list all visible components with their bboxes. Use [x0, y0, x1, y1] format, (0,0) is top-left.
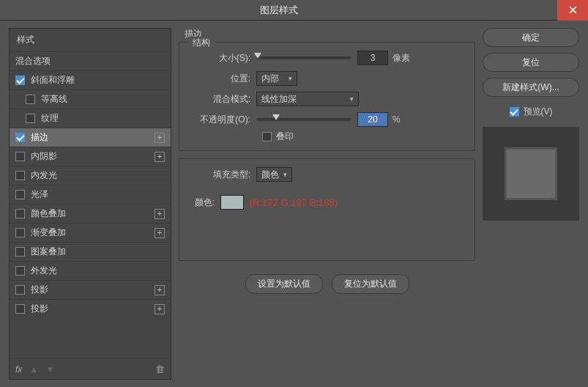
filltype-label: 填充类型: — [187, 169, 256, 181]
filltype-row: 填充类型: 颜色 ▾ — [187, 165, 467, 184]
structure-legend: 结构 — [188, 37, 215, 49]
overprint-checkbox[interactable] — [262, 132, 272, 141]
effect-checkbox[interactable] — [15, 247, 25, 257]
effect-label: 内阴影 — [31, 150, 155, 163]
opacity-unit: % — [392, 114, 401, 125]
cancel-button[interactable]: 复位 — [483, 53, 579, 72]
effect-row[interactable]: 描边+ — [10, 128, 171, 147]
effect-label: 渐变叠加 — [31, 226, 155, 239]
titlebar: 图层样式 — [0, 0, 588, 21]
add-effect-icon[interactable]: + — [155, 133, 165, 143]
add-effect-icon[interactable]: + — [155, 304, 165, 314]
chevron-down-icon: ▾ — [283, 171, 287, 178]
down-arrow-icon[interactable]: ▼ — [45, 364, 54, 375]
effect-label: 投影 — [31, 303, 155, 315]
size-slider[interactable] — [256, 56, 351, 59]
effect-label: 光泽 — [31, 188, 165, 201]
styles-header[interactable]: 样式 — [10, 29, 171, 51]
effect-label: 颜色叠加 — [31, 207, 155, 220]
slider-thumb-icon[interactable] — [254, 53, 261, 59]
effect-row[interactable]: 内发光 — [10, 166, 171, 185]
color-swatch[interactable] — [220, 195, 244, 210]
effect-row[interactable]: 渐变叠加+ — [10, 223, 171, 242]
position-row: 位置: 内部 ▾ — [187, 69, 467, 88]
add-effect-icon[interactable]: + — [155, 228, 165, 238]
preview-swatch — [505, 147, 557, 200]
add-effect-icon[interactable]: + — [155, 209, 165, 219]
effect-checkbox[interactable] — [15, 133, 25, 142]
preview-box — [483, 127, 579, 221]
preview-checkbox[interactable] — [510, 107, 519, 117]
structure-fieldset: 结构 大小(S): 像素 位置: 内部 ▾ 混合模式: 线性加深 ▾ — [179, 42, 475, 151]
fill-fieldset: 填充类型: 颜色 ▾ 颜色: (R:172 G:187 B:188) — [179, 158, 475, 261]
new-style-button[interactable]: 新建样式(W)... — [483, 78, 579, 97]
group-title: 描边 — [185, 28, 475, 40]
opacity-slider[interactable] — [256, 118, 351, 121]
effect-checkbox[interactable] — [15, 228, 25, 237]
effect-row[interactable]: 斜面和浮雕 — [10, 70, 171, 89]
overprint-row: 叠印 — [262, 130, 467, 143]
effect-label: 斜面和浮雕 — [31, 74, 165, 86]
effect-label: 外发光 — [31, 265, 165, 277]
overprint-label: 叠印 — [276, 130, 294, 143]
effect-checkbox[interactable] — [26, 95, 35, 104]
effect-label: 纹理 — [41, 112, 165, 125]
effect-checkbox[interactable] — [15, 152, 25, 161]
effect-checkbox[interactable] — [15, 266, 25, 276]
close-icon — [569, 6, 577, 14]
settings-panel: 描边 结构 大小(S): 像素 位置: 内部 ▾ 混合模式: 线性加深 — [179, 28, 475, 380]
effect-label: 等高线 — [41, 93, 165, 106]
add-effect-icon[interactable]: + — [155, 152, 165, 162]
blendmode-value: 线性加深 — [261, 93, 297, 106]
effect-row[interactable]: 纹理 — [10, 108, 171, 128]
ok-button[interactable]: 确定 — [483, 28, 579, 47]
blendmode-row: 混合模式: 线性加深 ▾ — [187, 89, 467, 108]
set-default-button[interactable]: 设置为默认值 — [245, 274, 323, 294]
opacity-row: 不透明度(O): % — [187, 110, 467, 129]
slider-thumb-icon[interactable] — [272, 114, 280, 120]
effect-checkbox[interactable] — [15, 304, 25, 314]
effect-row[interactable]: 投影+ — [10, 280, 171, 299]
filltype-value: 颜色 — [261, 169, 279, 181]
up-arrow-icon[interactable]: ▲ — [29, 364, 38, 375]
effect-checkbox[interactable] — [15, 209, 25, 218]
size-unit: 像素 — [392, 52, 410, 64]
position-label: 位置: — [187, 73, 256, 85]
styles-footer: fx ▲ ▼ 🗑 — [10, 358, 171, 379]
position-value: 内部 — [261, 73, 279, 85]
effect-label: 图案叠加 — [31, 246, 165, 258]
chevron-down-icon: ▾ — [350, 95, 354, 103]
effect-row[interactable]: 等高线 — [10, 89, 171, 108]
effect-checkbox[interactable] — [15, 75, 25, 85]
preview-label: 预览(V) — [524, 106, 553, 118]
trash-icon[interactable]: 🗑 — [155, 364, 165, 375]
window-title: 图层样式 — [0, 4, 557, 17]
position-dropdown[interactable]: 内部 ▾ — [256, 71, 297, 86]
size-input[interactable] — [357, 51, 388, 65]
effect-checkbox[interactable] — [26, 114, 35, 123]
color-annotation: (R:172 G:187 B:188) — [250, 197, 338, 208]
blend-options-row[interactable]: 混合选项 — [10, 51, 171, 70]
effect-row[interactable]: 内阴影+ — [10, 147, 171, 166]
color-label: 颜色: — [187, 196, 220, 209]
effect-checkbox[interactable] — [15, 190, 25, 199]
effect-row[interactable]: 光泽 — [10, 185, 171, 204]
add-effect-icon[interactable]: + — [155, 285, 165, 295]
chevron-down-icon: ▾ — [289, 75, 292, 82]
fx-icon[interactable]: fx — [15, 364, 22, 375]
effect-label: 内发光 — [31, 169, 165, 182]
effect-row[interactable]: 投影+ — [10, 299, 171, 318]
color-row: 颜色: (R:172 G:187 B:188) — [187, 193, 467, 212]
effect-checkbox[interactable] — [15, 171, 25, 180]
effect-row[interactable]: 外发光 — [10, 261, 171, 280]
effect-checkbox[interactable] — [15, 285, 25, 295]
close-button[interactable] — [557, 0, 588, 21]
action-panel: 确定 复位 新建样式(W)... 预览(V) — [483, 28, 579, 380]
reset-default-button[interactable]: 复位为默认值 — [332, 274, 409, 294]
filltype-dropdown[interactable]: 颜色 ▾ — [256, 167, 292, 182]
styles-panel: 样式 混合选项 斜面和浮雕等高线纹理描边+内阴影+内发光光泽颜色叠加+渐变叠加+… — [9, 28, 171, 380]
opacity-input[interactable] — [357, 112, 388, 127]
blendmode-dropdown[interactable]: 线性加深 ▾ — [256, 92, 359, 106]
effect-row[interactable]: 图案叠加 — [10, 242, 171, 261]
effect-row[interactable]: 颜色叠加+ — [10, 204, 171, 223]
